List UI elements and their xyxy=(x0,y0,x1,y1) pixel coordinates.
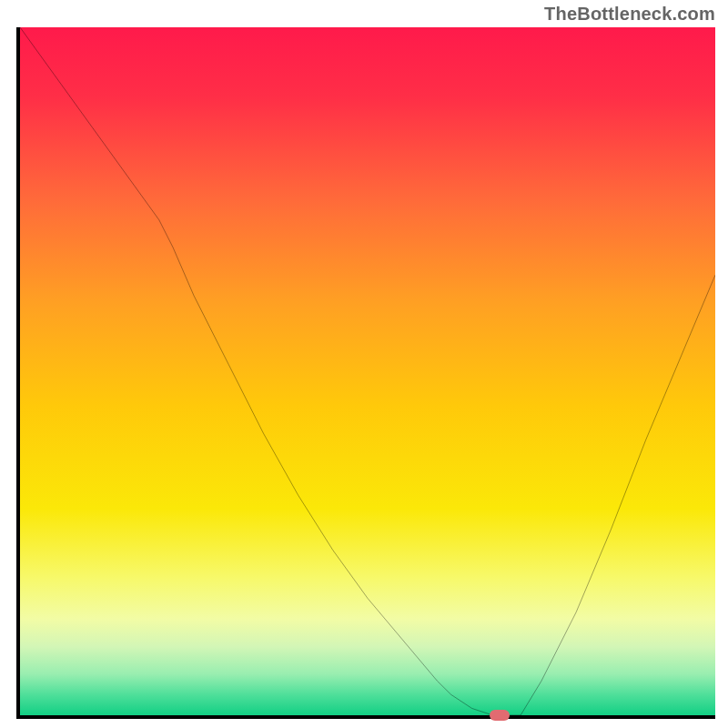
plot-frame xyxy=(16,27,715,719)
watermark-text: TheBottleneck.com xyxy=(544,4,715,25)
chart-container: TheBottleneck.com xyxy=(0,0,728,728)
data-curve xyxy=(20,27,715,715)
optimal-point-marker xyxy=(490,710,510,721)
